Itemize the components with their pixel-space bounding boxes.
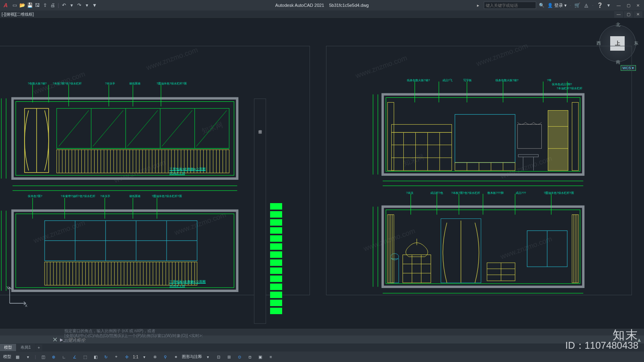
- qat-webplot-icon[interactable]: ⇪: [42, 2, 48, 8]
- file-name: 5b31fc1c5e5d4.dwg: [329, 3, 369, 8]
- svg-line-20: [59, 110, 89, 146]
- annotation: ?圆油米色?保水栏杆?面: [152, 194, 182, 198]
- model-space-canvas[interactable]: www.znzmo.com www.znzmo.com www.znzmo.co…: [0, 19, 644, 328]
- annotation: 线条包散火板?墙?: [495, 78, 518, 82]
- annotation: ?本扶手: [100, 194, 110, 198]
- status-osnap-icon[interactable]: ∠: [70, 353, 79, 361]
- qat-custom-drop-icon[interactable]: ▼: [91, 2, 98, 8]
- qat-open-icon[interactable]: 📂: [19, 2, 25, 8]
- command-close-icon[interactable]: ✕: [52, 336, 58, 343]
- command-history-line: 指定窗口的角点，输入比例因子 (nX 或 nXP)，或者: [64, 329, 203, 333]
- viewport-label[interactable]: [-][俯视][二维线框]: [0, 12, 35, 17]
- right-sep: ·: [569, 2, 572, 8]
- command-expand-icon[interactable]: ▴: [638, 336, 641, 343]
- annotation: 保木色成品?脚?: [552, 82, 572, 86]
- svg-rect-164: [455, 114, 515, 162]
- drawing-sheet-right: 线条包散火板?墙? 成品?飞 写字板 线条包散火板?墙? ?等 保木色成品?脚?…: [326, 46, 632, 295]
- status-grid-icon[interactable]: ▦: [13, 353, 22, 361]
- qat-save-icon[interactable]: 💾: [27, 2, 33, 8]
- status-hardware-icon[interactable]: ⊙: [235, 353, 244, 361]
- workspace-drop-icon[interactable]: ▾: [204, 353, 213, 361]
- status-units-icon[interactable]: ⊞: [225, 353, 233, 361]
- status-ws-icon[interactable]: ✦: [171, 353, 180, 361]
- status-polar-icon[interactable]: ⊕: [49, 353, 58, 361]
- legend-swatches: [270, 99, 282, 324]
- search-box[interactable]: [484, 2, 536, 9]
- help-icon[interactable]: ❔: [597, 2, 603, 8]
- status-3d-icon[interactable]: ✢: [122, 353, 131, 361]
- svg-text:X: X: [25, 304, 27, 307]
- qat-redo-drop-icon[interactable]: ▾: [84, 2, 90, 8]
- help-drop-icon[interactable]: ▾: [605, 2, 612, 8]
- model-layout-tabs: 模型 布局1 +: [0, 343, 43, 352]
- svg-rect-213: [388, 103, 394, 171]
- status-ortho-icon[interactable]: ∟: [60, 353, 68, 361]
- qat-redo-icon[interactable]: ↷: [76, 2, 83, 8]
- svg-rect-214: [572, 103, 578, 171]
- svg-rect-170: [518, 154, 539, 157]
- window-maximize-button[interactable]: ▢: [624, 2, 633, 8]
- drawing-sheet-left: ?色散火板?墙? ?本板?面?色?保水栏杆 ?本扶手 墙纸面墙 ?圆油米色?保水…: [0, 46, 310, 295]
- svg-rect-14: [57, 109, 229, 149]
- app-title: Autodesk AutoCAD 2021 5b31fc1c5e5d4.dwg: [275, 3, 369, 8]
- user-icon: 👤: [547, 3, 553, 8]
- annotation: ?本扶手: [105, 82, 115, 86]
- status-snap-icon[interactable]: ◫: [39, 353, 47, 361]
- tab-layout1[interactable]: 布局1: [17, 344, 35, 351]
- view-cube-north[interactable]: 北: [616, 22, 620, 28]
- qat-undo-icon[interactable]: ↶: [61, 2, 67, 8]
- drawing-workspace[interactable]: www.znzmo.com www.znzmo.com www.znzmo.co…: [0, 19, 644, 328]
- drawing-close-button[interactable]: ✕: [634, 11, 642, 18]
- svg-rect-177: [383, 207, 583, 287]
- app-logo[interactable]: A: [2, 1, 10, 9]
- login-label: 登录: [554, 2, 563, 8]
- tab-model[interactable]: 模型: [0, 344, 16, 351]
- workspace-label[interactable]: 图形与注释: [182, 354, 202, 360]
- cart-icon[interactable]: 🛒: [574, 2, 580, 8]
- annotation-scale[interactable]: 1:1: [133, 355, 138, 359]
- status-model-label[interactable]: 模型: [3, 354, 11, 360]
- window-minimize-button[interactable]: —: [614, 2, 623, 8]
- elevation-a-scale: SCALE 1:30: [169, 172, 185, 175]
- annotation: ?等: [547, 78, 551, 82]
- qat-saveas-icon[interactable]: 🖫: [34, 2, 41, 8]
- search-icon[interactable]: 🔍: [539, 2, 545, 8]
- status-cycle-icon[interactable]: ↻: [101, 353, 110, 361]
- view-cube-east[interactable]: 东: [634, 40, 638, 46]
- status-annoauto-icon[interactable]: ⚲: [161, 353, 170, 361]
- drawing-minimize-button[interactable]: —: [614, 11, 623, 18]
- status-isolate-icon[interactable]: ◘: [246, 353, 254, 361]
- svg-rect-79: [12, 211, 237, 291]
- status-dyn-icon[interactable]: ⌖: [112, 353, 121, 361]
- annotation-scale-drop-icon[interactable]: ▾: [140, 353, 149, 361]
- viewport-label-text[interactable]: [-][俯视][二维线框]: [1, 12, 35, 17]
- login-button[interactable]: 👤 登录 ▾: [547, 2, 567, 8]
- annotation: 墙纸面墙: [129, 82, 140, 86]
- annotation: ?圆油米色?保水栏杆?面: [157, 82, 187, 86]
- tab-add-layout[interactable]: +: [35, 345, 43, 351]
- status-grid-drop-icon[interactable]: ▾: [23, 353, 32, 361]
- svg-rect-156: [392, 132, 452, 171]
- status-bar: 模型 ▦ ▾ | ◫ ⊕ ∟ ∠ ⬚ ◧ ↻ ⌖ ✢ 1:1 ▾ ✲ ⚲ ✦ 图…: [0, 352, 644, 362]
- search-input[interactable]: [486, 3, 534, 8]
- annotation: ?本窗帘?油杆?色?保水栏杆: [61, 194, 95, 198]
- status-lineweight-icon[interactable]: ⬚: [80, 353, 89, 361]
- drawing-maximize-button[interactable]: ▢: [624, 11, 633, 18]
- status-clean-icon[interactable]: ▣: [256, 353, 265, 361]
- status-gear-icon[interactable]: ✲: [151, 353, 159, 361]
- qat-plot-icon[interactable]: 🖨: [50, 2, 56, 8]
- status-custom-icon[interactable]: ≡: [266, 353, 275, 361]
- elevation-c-scale: SCALE 1:30: [169, 284, 185, 287]
- annotation: 墙纸面墙: [129, 194, 140, 198]
- qat-undo-drop-icon[interactable]: ▾: [68, 2, 75, 8]
- window-close-button[interactable]: ✕: [634, 2, 642, 8]
- status-monitor-icon[interactable]: ⊡: [214, 353, 223, 361]
- search-chevron-icon[interactable]: ▸: [475, 2, 481, 8]
- status-transp-icon[interactable]: ◧: [91, 353, 100, 361]
- qat-new-icon[interactable]: ▭: [11, 2, 18, 8]
- share-icon[interactable]: ◬: [583, 2, 589, 8]
- status-left: 模型 ▦ ▾ | ◫ ⊕ ∟ ∠ ⬚ ◧ ↻ ⌖ ✢ 1:1 ▾ ✲ ⚲ ✦ 图…: [3, 353, 275, 361]
- view-cube-west[interactable]: 西: [597, 40, 601, 46]
- annotation: ?本板?面?色?保水栏杆: [53, 82, 82, 86]
- drawing-window-controls: — ▢ ✕: [614, 11, 642, 18]
